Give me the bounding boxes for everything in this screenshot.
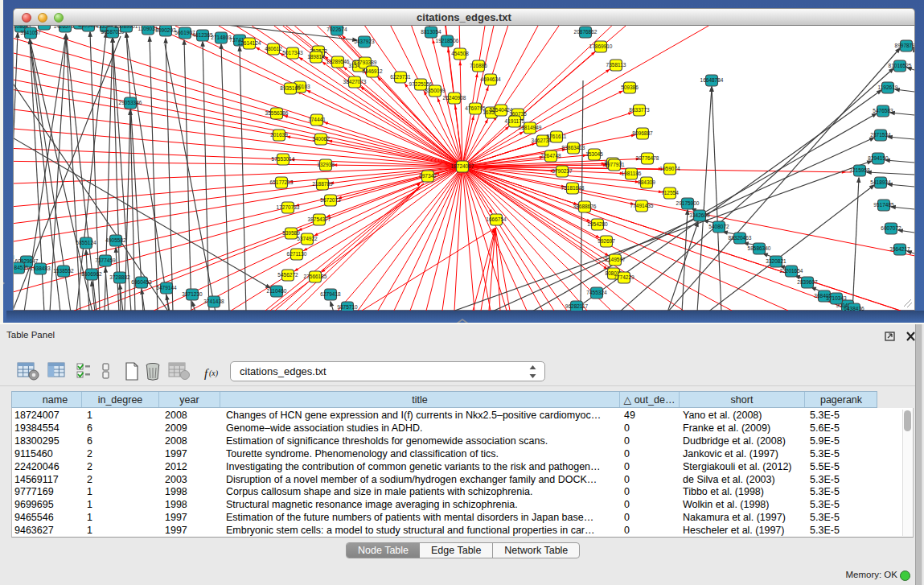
svg-text:5977931: 5977931: [604, 162, 625, 167]
svg-text:20876862: 20876862: [574, 29, 598, 35]
svg-text:9517485: 9517485: [873, 202, 894, 208]
svg-text:8350099: 8350099: [425, 88, 446, 93]
svg-text:8606962: 8606962: [81, 271, 102, 277]
svg-text:2714803: 2714803: [211, 35, 232, 40]
svg-text:3871230: 3871230: [182, 291, 203, 297]
svg-text:19218506: 19218506: [436, 38, 459, 43]
svg-text:1666754: 1666754: [486, 216, 507, 222]
svg-text:6960453: 6960453: [131, 279, 152, 285]
svg-text:6271130: 6271130: [287, 251, 307, 257]
svg-text:7730428: 7730428: [0, 254, 14, 260]
svg-text:38754377: 38754377: [308, 216, 331, 222]
svg-text:8294150: 8294150: [868, 155, 889, 161]
svg-text:697347: 697347: [419, 173, 437, 179]
svg-text:3741438: 3741438: [203, 299, 224, 304]
svg-text:65177213: 65177213: [270, 179, 294, 185]
svg-text:29175900: 29175900: [676, 200, 700, 206]
svg-text:5855124: 5855124: [76, 240, 97, 245]
svg-text:19289546: 19289546: [326, 59, 350, 64]
svg-text:1954280: 1954280: [587, 221, 608, 227]
svg-text:6279418: 6279418: [320, 291, 341, 297]
svg-text:2839607: 2839607: [797, 279, 818, 285]
svg-text:992697: 992697: [598, 238, 615, 244]
svg-text:3341057: 3341057: [20, 30, 41, 35]
svg-text:3564217: 3564217: [889, 246, 910, 252]
svg-text:57553014: 57553014: [272, 156, 295, 162]
svg-text:18724007: 18724007: [451, 163, 474, 169]
svg-text:28814949: 28814949: [519, 125, 542, 130]
svg-text:81016525: 81016525: [889, 63, 912, 68]
svg-text:5479144: 5479144: [156, 285, 177, 290]
svg-text:509386: 509386: [621, 84, 639, 90]
svg-text:27566185: 27566185: [304, 274, 327, 279]
svg-text:1959074: 1959074: [659, 166, 680, 171]
svg-text:9375710: 9375710: [337, 304, 358, 310]
svg-text:58586340: 58586340: [748, 245, 771, 251]
svg-text:5446912: 5446912: [362, 68, 383, 74]
svg-text:89978790: 89978790: [895, 43, 918, 48]
svg-text:12614124: 12614124: [238, 40, 261, 46]
svg-text:454508: 454508: [451, 51, 469, 56]
svg-text:8096887: 8096887: [632, 130, 653, 136]
svg-text:8935169: 8935169: [280, 85, 301, 91]
svg-text:2264748: 2264748: [540, 153, 561, 159]
svg-text:2871534: 2871534: [870, 132, 891, 138]
svg-text:539589: 539589: [282, 230, 300, 236]
svg-text:5374922: 5374922: [297, 236, 318, 241]
svg-text:8813054: 8813054: [421, 29, 441, 35]
svg-text:5672073: 5672073: [320, 197, 341, 203]
svg-text:16648784: 16648784: [700, 77, 724, 83]
svg-text:3710343: 3710343: [826, 295, 847, 301]
svg-text:17869910: 17869910: [589, 43, 613, 49]
svg-text:5456272: 5456272: [277, 272, 298, 278]
svg-text:1981186: 1981186: [622, 171, 642, 176]
svg-text:4684531: 4684531: [8, 265, 29, 270]
svg-text:7358113: 7358113: [606, 62, 626, 68]
svg-text:75181648: 75181648: [561, 185, 585, 191]
svg-text:340062: 340062: [312, 136, 330, 142]
svg-text:8090293: 8090293: [155, 27, 176, 33]
svg-text:1192619: 1192619: [878, 84, 898, 90]
svg-text:3790237: 3790237: [552, 168, 573, 174]
svg-text:30776478: 30776478: [636, 155, 659, 161]
svg-text:22201654: 22201654: [780, 268, 803, 274]
svg-text:38427073: 38427073: [343, 79, 367, 84]
svg-text:884309: 884309: [638, 179, 655, 185]
svg-text:5408072: 5408072: [708, 224, 729, 229]
svg-text:26240908: 26240908: [443, 95, 466, 101]
svg-text:2188789: 2188789: [312, 181, 333, 187]
svg-text:2110460: 2110460: [267, 288, 287, 294]
svg-text:189814: 189814: [307, 54, 325, 60]
svg-text:6007072: 6007072: [881, 225, 901, 231]
svg-text:(x): (x): [209, 369, 219, 378]
svg-text:5017343: 5017343: [282, 50, 303, 56]
svg-text:8633773: 8633773: [629, 107, 650, 113]
svg-text:7774229: 7774229: [614, 274, 634, 280]
svg-text:1938483: 1938483: [30, 266, 51, 271]
svg-text:77491435: 77491435: [630, 203, 654, 208]
svg-text:8761611: 8761611: [547, 134, 567, 139]
svg-text:2149597: 2149597: [605, 257, 626, 262]
svg-text:7455324: 7455324: [586, 290, 607, 295]
svg-text:4905582: 4905582: [105, 237, 126, 243]
svg-text:153045: 153045: [585, 151, 603, 157]
svg-text:83863413: 83863413: [562, 145, 585, 150]
svg-text:201639: 201639: [270, 132, 288, 138]
svg-text:3215958: 3215958: [849, 167, 870, 173]
svg-text:7377459: 7377459: [95, 257, 116, 263]
svg-text:712554: 712554: [661, 190, 679, 196]
svg-text:35556386: 35556386: [265, 110, 289, 116]
svg-text:6229731: 6229731: [390, 74, 411, 80]
svg-text:716886: 716886: [470, 63, 487, 68]
svg-text:174441: 174441: [308, 117, 326, 122]
svg-text:7022674: 7022674: [326, 27, 347, 32]
svg-text:96282117: 96282117: [565, 303, 589, 309]
svg-text:4612365: 4612365: [192, 32, 213, 38]
svg-text:4694634: 4694634: [480, 76, 501, 82]
svg-text:4191175: 4191175: [505, 118, 525, 124]
svg-text:132938: 132938: [317, 162, 335, 167]
svg-text:17270733: 17270733: [277, 204, 300, 210]
svg-text:6438436: 6438436: [844, 306, 864, 311]
svg-text:480612: 480612: [265, 46, 282, 51]
svg-text:29053346: 29053346: [119, 100, 142, 105]
